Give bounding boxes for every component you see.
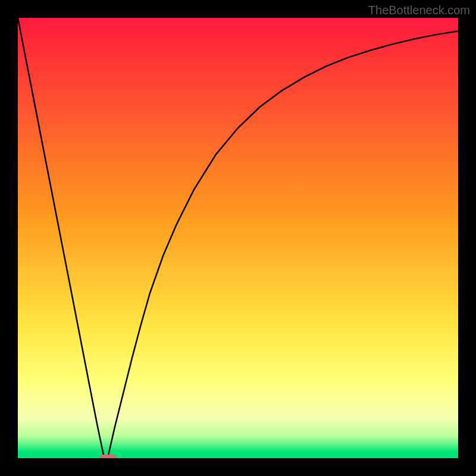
chart-frame: TheBottleneck.com (0, 0, 476, 476)
optimal-marker (99, 455, 117, 458)
bottleneck-curve (18, 18, 458, 458)
watermark-text: TheBottleneck.com (368, 4, 470, 17)
curve-layer (18, 18, 458, 458)
plot-area (18, 18, 458, 458)
